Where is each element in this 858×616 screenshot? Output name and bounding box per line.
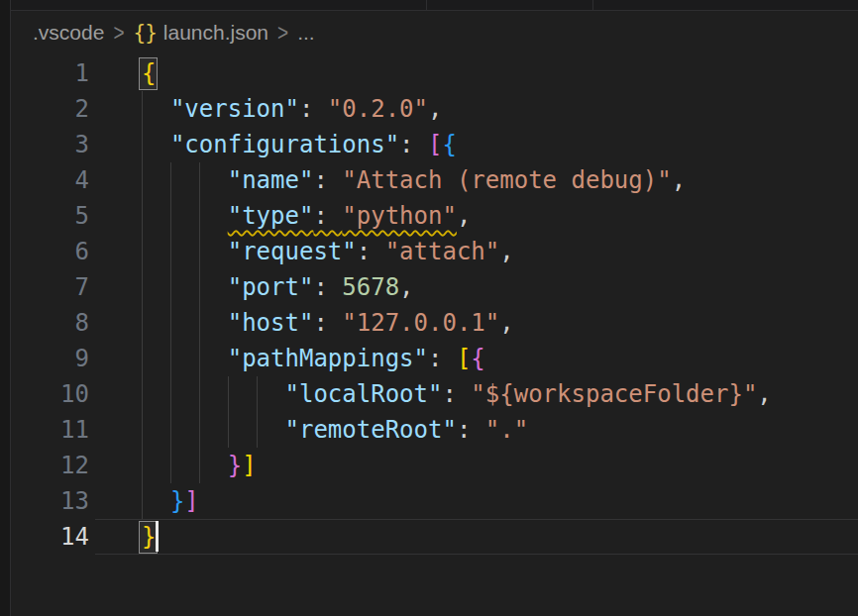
code-token: ] bbox=[242, 452, 256, 479]
breadcrumb-separator-icon: > bbox=[277, 19, 288, 47]
code-token: "configurations" bbox=[170, 131, 399, 158]
breadcrumb-separator-icon: > bbox=[113, 19, 124, 47]
code-token bbox=[142, 166, 228, 194]
code-token: "Attach (remote debug)" bbox=[342, 166, 671, 194]
code-token: ] bbox=[184, 487, 198, 515]
breadcrumb-label: ... bbox=[297, 21, 315, 45]
code-token: "version" bbox=[170, 95, 299, 123]
code-line-13[interactable]: }] bbox=[142, 483, 199, 519]
code-line-8[interactable]: "host": "127.0.0.1", bbox=[142, 305, 514, 341]
code-line-10[interactable]: "localRoot": "${workspaceFolder}", bbox=[142, 376, 772, 412]
code-token: , bbox=[457, 202, 471, 230]
line-number[interactable]: 10 bbox=[11, 376, 89, 412]
code-line-11[interactable]: "remoteRoot": "." bbox=[142, 412, 528, 448]
code-line-9[interactable]: "pathMappings": [{ bbox=[142, 341, 485, 376]
code-token: "type" bbox=[228, 202, 314, 230]
code-token bbox=[142, 345, 228, 372]
line-number[interactable]: 6 bbox=[11, 234, 89, 269]
line-number[interactable]: 1 bbox=[11, 55, 89, 91]
code-token: : bbox=[428, 345, 457, 372]
code-token bbox=[142, 273, 228, 301]
line-number[interactable]: 8 bbox=[11, 305, 89, 341]
code-line-6[interactable]: "request": "attach", bbox=[142, 234, 514, 269]
code-token: : bbox=[442, 380, 471, 408]
code-token: : bbox=[399, 131, 428, 158]
tab-divider bbox=[592, 0, 593, 10]
tab-divider bbox=[426, 0, 427, 10]
vscode-editor-window: .vscode>{}launch.json>... 12345678910111… bbox=[0, 0, 858, 616]
code-token: "." bbox=[485, 416, 528, 444]
code-token: "attach" bbox=[385, 238, 500, 265]
code-editor[interactable]: 1234567891011121314 { "version": "0.2.0"… bbox=[11, 54, 858, 616]
line-number[interactable]: 3 bbox=[11, 127, 89, 162]
code-token: { bbox=[442, 131, 456, 158]
code-token bbox=[142, 416, 285, 444]
bracket-match-highlight bbox=[139, 57, 158, 90]
code-token: "localRoot" bbox=[285, 380, 443, 408]
code-token bbox=[142, 238, 228, 265]
code-token: , bbox=[672, 166, 686, 194]
code-line-12[interactable]: }] bbox=[142, 448, 257, 483]
sidebar-edge bbox=[0, 0, 11, 616]
line-number[interactable]: 11 bbox=[11, 412, 89, 448]
code-token: : bbox=[357, 238, 385, 265]
code-token: : bbox=[457, 416, 485, 444]
code-token bbox=[142, 380, 285, 408]
code-token: "host" bbox=[228, 309, 314, 337]
code-token: "pathMappings" bbox=[228, 345, 428, 372]
code-token: , bbox=[499, 238, 513, 265]
code-token: , bbox=[499, 309, 513, 337]
code-token: "name" bbox=[228, 166, 314, 194]
text-cursor bbox=[156, 521, 159, 552]
code-line-4[interactable]: "name": "Attach (remote debug)", bbox=[142, 162, 686, 198]
code-token: "python" bbox=[342, 202, 457, 230]
code-token bbox=[142, 95, 170, 123]
code-token bbox=[142, 131, 170, 158]
code-token: , bbox=[757, 380, 771, 408]
code-token: : bbox=[313, 273, 342, 301]
code-token: , bbox=[399, 273, 413, 301]
code-token: , bbox=[428, 95, 442, 123]
code-line-5[interactable]: "type": "python", bbox=[142, 198, 471, 234]
code-token: "request" bbox=[228, 238, 357, 265]
line-number[interactable]: 13 bbox=[11, 483, 89, 519]
json-braces-icon: {} bbox=[133, 21, 156, 45]
code-token: : bbox=[313, 166, 342, 194]
breadcrumb-label: .vscode bbox=[33, 21, 104, 45]
code-token bbox=[142, 487, 170, 515]
line-number[interactable]: 7 bbox=[11, 269, 89, 305]
code-token bbox=[142, 202, 228, 230]
code-token: } bbox=[228, 452, 242, 479]
code-token: : bbox=[313, 309, 342, 337]
code-token bbox=[142, 309, 228, 337]
line-number[interactable]: 2 bbox=[11, 91, 89, 127]
code-line-2[interactable]: "version": "0.2.0", bbox=[142, 91, 442, 127]
code-token: : bbox=[299, 95, 328, 123]
line-number[interactable]: 9 bbox=[11, 341, 89, 376]
code-line-3[interactable]: "configurations": [{ bbox=[142, 127, 457, 162]
code-token: [ bbox=[457, 345, 471, 372]
breadcrumb-item-[interactable]: ... bbox=[297, 21, 315, 45]
tab-bar bbox=[11, 0, 858, 11]
line-number[interactable]: 12 bbox=[11, 448, 89, 483]
breadcrumb-label: launch.json bbox=[163, 21, 268, 45]
breadcrumb-item-launchjson[interactable]: {}launch.json bbox=[133, 21, 268, 45]
code-token: 5678 bbox=[342, 273, 399, 301]
line-number[interactable]: 4 bbox=[11, 162, 89, 198]
current-line-highlight bbox=[95, 519, 858, 555]
code-token: : bbox=[313, 202, 342, 230]
code-token: "port" bbox=[228, 273, 314, 301]
code-token: "${workspaceFolder}" bbox=[471, 380, 757, 408]
code-token: "0.2.0" bbox=[328, 95, 428, 123]
code-line-7[interactable]: "port": 5678, bbox=[142, 269, 414, 305]
code-token bbox=[142, 452, 228, 479]
code-token: "127.0.0.1" bbox=[342, 309, 499, 337]
breadcrumb: .vscode>{}launch.json>... bbox=[11, 11, 858, 54]
code-token: } bbox=[170, 487, 184, 515]
line-number[interactable]: 14 bbox=[11, 519, 89, 555]
code-token: [ bbox=[428, 131, 442, 158]
code-token: "remoteRoot" bbox=[285, 416, 457, 444]
breadcrumb-item-vscode[interactable]: .vscode bbox=[33, 21, 104, 45]
line-number[interactable]: 5 bbox=[11, 198, 89, 234]
code-token: { bbox=[471, 345, 484, 372]
